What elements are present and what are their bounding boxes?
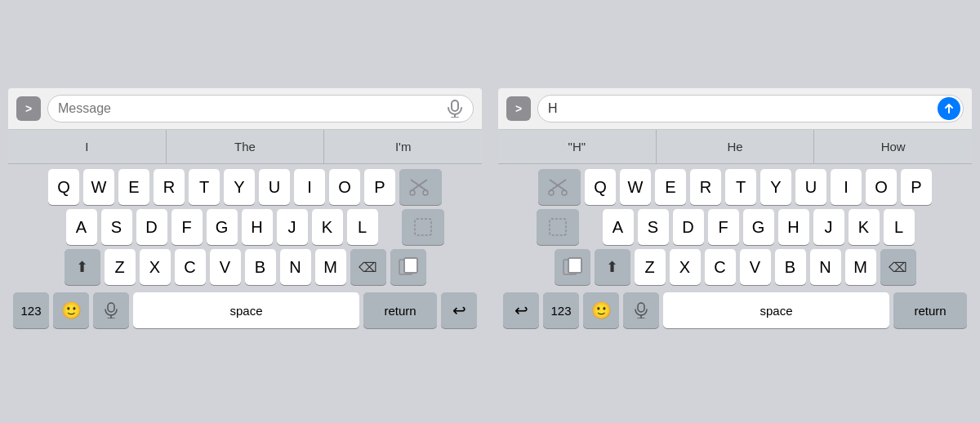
key-J-left[interactable]: J bbox=[277, 209, 308, 245]
predictive-item-2-right[interactable]: How bbox=[814, 130, 972, 163]
key-row-1-left: Q W E R T Y U I O P bbox=[11, 169, 479, 205]
key-I-right[interactable]: I bbox=[831, 169, 862, 205]
svg-point-17 bbox=[562, 190, 567, 195]
key-cut-left[interactable] bbox=[399, 169, 442, 205]
key-F-right[interactable]: F bbox=[708, 209, 739, 245]
message-input-left[interactable] bbox=[47, 95, 474, 122]
key-D-right[interactable]: D bbox=[673, 209, 704, 245]
key-shift-left[interactable]: ⬆ bbox=[65, 249, 100, 285]
key-M-right[interactable]: M bbox=[845, 249, 876, 285]
key-Q-right[interactable]: Q bbox=[585, 169, 616, 205]
key-F-left[interactable]: F bbox=[172, 209, 203, 245]
key-S-right[interactable]: S bbox=[638, 209, 669, 245]
key-return-right[interactable]: return bbox=[893, 292, 967, 328]
key-D-left[interactable]: D bbox=[136, 209, 167, 245]
key-cut-right[interactable] bbox=[538, 169, 581, 205]
key-L-right[interactable]: L bbox=[884, 209, 915, 245]
key-P-right[interactable]: P bbox=[901, 169, 932, 205]
svg-point-16 bbox=[549, 190, 554, 195]
key-Z-right[interactable]: Z bbox=[635, 249, 666, 285]
arrow-button-right[interactable]: > bbox=[506, 96, 531, 121]
key-K-left[interactable]: K bbox=[312, 209, 343, 245]
key-emoji-left[interactable]: 🙂 bbox=[53, 292, 89, 328]
predictive-item-2-left[interactable]: I'm bbox=[324, 130, 482, 163]
key-M-left[interactable]: M bbox=[315, 249, 346, 285]
keyboard-left: Q W E R T Y U I O P A S D bbox=[8, 164, 482, 335]
key-N-left[interactable]: N bbox=[280, 249, 311, 285]
key-E-right[interactable]: E bbox=[655, 169, 686, 205]
key-undo-left[interactable]: ↩ bbox=[441, 292, 477, 328]
key-P-left[interactable]: P bbox=[364, 169, 395, 205]
key-undo-right[interactable]: ↩ bbox=[503, 292, 539, 328]
key-U-right[interactable]: U bbox=[795, 169, 826, 205]
key-S-left[interactable]: S bbox=[101, 209, 132, 245]
key-X-left[interactable]: X bbox=[140, 249, 171, 285]
key-num-left[interactable]: 123 bbox=[13, 292, 49, 328]
key-emoji-right[interactable]: 🙂 bbox=[583, 292, 619, 328]
key-K-right[interactable]: K bbox=[849, 209, 880, 245]
key-A-right[interactable]: A bbox=[603, 209, 634, 245]
key-O-right[interactable]: O bbox=[866, 169, 897, 205]
key-L-left[interactable]: L bbox=[347, 209, 378, 245]
key-delete-left[interactable]: ⌫ bbox=[350, 249, 386, 285]
key-space-left[interactable]: space bbox=[133, 292, 359, 328]
svg-point-5 bbox=[410, 190, 415, 195]
key-row-2-left: A S D F G H J K L bbox=[11, 209, 479, 245]
key-R-right[interactable]: R bbox=[690, 169, 721, 205]
key-delete-right[interactable]: ⌫ bbox=[880, 249, 916, 285]
key-G-right[interactable]: G bbox=[743, 209, 774, 245]
key-Y-right[interactable]: Y bbox=[760, 169, 791, 205]
key-N-right[interactable]: N bbox=[810, 249, 841, 285]
keyboard-panel-right: > "H" He How Q bbox=[498, 88, 972, 335]
key-U-left[interactable]: U bbox=[259, 169, 290, 205]
predictive-bar-right: "H" He How bbox=[498, 130, 972, 164]
key-space-right[interactable]: space bbox=[663, 292, 889, 328]
key-clipboard-dashed-right[interactable] bbox=[537, 209, 579, 245]
key-G-left[interactable]: G bbox=[207, 209, 238, 245]
key-T-right[interactable]: T bbox=[725, 169, 756, 205]
key-I-left[interactable]: I bbox=[294, 169, 325, 205]
bottom-row-right: ↩ 123 🙂 space return bbox=[501, 289, 969, 332]
key-H-right[interactable]: H bbox=[778, 209, 809, 245]
key-paste-right[interactable] bbox=[555, 249, 590, 285]
key-shift-right[interactable]: ⬆ bbox=[595, 249, 630, 285]
svg-rect-18 bbox=[550, 219, 566, 235]
key-Q-left[interactable]: Q bbox=[48, 169, 79, 205]
svg-rect-22 bbox=[638, 303, 644, 312]
predictive-item-1-left[interactable]: The bbox=[167, 130, 325, 163]
keyboard-right: Q W E R T Y U I O P A S D F G H J bbox=[498, 164, 972, 335]
key-return-left[interactable]: return bbox=[363, 292, 437, 328]
key-B-left[interactable]: B bbox=[245, 249, 276, 285]
mic-icon-left[interactable] bbox=[448, 100, 466, 118]
key-W-left[interactable]: W bbox=[83, 169, 114, 205]
key-O-left[interactable]: O bbox=[329, 169, 360, 205]
key-C-left[interactable]: C bbox=[175, 249, 206, 285]
key-mic-bottom-right[interactable] bbox=[623, 292, 659, 328]
key-row-3-left: ⬆ Z X C V B N M ⌫ bbox=[11, 249, 479, 285]
arrow-button-left[interactable]: > bbox=[16, 96, 41, 121]
key-H-left[interactable]: H bbox=[242, 209, 273, 245]
key-E-left[interactable]: E bbox=[118, 169, 149, 205]
key-Y-left[interactable]: Y bbox=[224, 169, 255, 205]
key-A-left[interactable]: A bbox=[66, 209, 97, 245]
key-J-right[interactable]: J bbox=[813, 209, 844, 245]
key-clipboard-dashed-left[interactable] bbox=[402, 209, 444, 245]
key-V-left[interactable]: V bbox=[210, 249, 241, 285]
send-button-right[interactable] bbox=[938, 97, 960, 120]
key-X-right[interactable]: X bbox=[670, 249, 701, 285]
key-mic-bottom-left[interactable] bbox=[93, 292, 129, 328]
key-V-right[interactable]: V bbox=[740, 249, 771, 285]
predictive-item-0-right[interactable]: "H" bbox=[498, 130, 657, 163]
key-Z-left[interactable]: Z bbox=[105, 249, 136, 285]
key-B-right[interactable]: B bbox=[775, 249, 806, 285]
key-W-right[interactable]: W bbox=[620, 169, 651, 205]
key-T-left[interactable]: T bbox=[189, 169, 220, 205]
predictive-item-0-left[interactable]: I bbox=[8, 130, 167, 163]
top-bar-right: > bbox=[498, 88, 972, 130]
key-C-right[interactable]: C bbox=[705, 249, 736, 285]
key-num-right[interactable]: 123 bbox=[543, 292, 579, 328]
message-input-right[interactable] bbox=[537, 95, 964, 122]
key-paste-left[interactable] bbox=[390, 249, 426, 285]
predictive-item-1-right[interactable]: He bbox=[657, 130, 815, 163]
key-R-left[interactable]: R bbox=[154, 169, 185, 205]
